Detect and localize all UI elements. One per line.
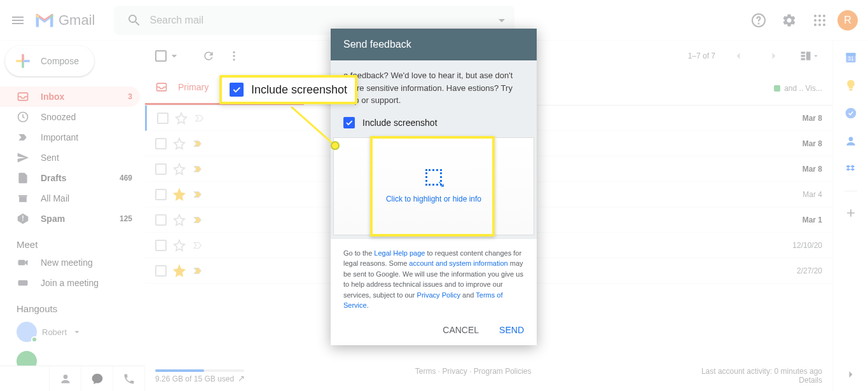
star-button[interactable] <box>173 214 186 226</box>
privacy-policy-link[interactable]: Privacy Policy <box>417 291 460 299</box>
sidebar-item-new-meeting[interactable]: New meeting <box>0 252 140 273</box>
mail-date: Mar 4 <box>803 190 822 199</box>
row-checkbox[interactable] <box>155 214 167 226</box>
include-screenshot-label: Include screenshot <box>362 118 437 128</box>
collapse-rail-icon[interactable] <box>844 368 857 381</box>
keep-icon[interactable] <box>844 79 857 92</box>
sidebar-item-inbox[interactable]: Inbox 3 <box>0 86 140 107</box>
row-checkbox[interactable] <box>155 189 167 200</box>
compose-button[interactable]: Compose <box>5 46 94 76</box>
split-pane-icon <box>799 50 812 62</box>
hangouts-current-user[interactable]: Robert <box>0 317 145 347</box>
tasks-icon[interactable] <box>844 107 857 120</box>
storage-info: 9.26 GB of 15 GB used <box>155 367 245 385</box>
sidebar-item-label: Important <box>41 132 132 142</box>
hamburger-icon <box>10 13 25 28</box>
svg-point-10 <box>823 24 825 26</box>
details-link[interactable]: Details <box>799 376 822 385</box>
sidebar-item-drafts[interactable]: Drafts 469 <box>0 168 140 188</box>
person-icon <box>59 373 72 385</box>
sidebar-item-label: Inbox <box>41 92 128 102</box>
density-button[interactable] <box>797 43 822 69</box>
importance-marker[interactable] <box>192 240 203 251</box>
hangouts-person-tab[interactable] <box>50 366 81 391</box>
sidebar-item-label: Drafts <box>41 173 120 183</box>
sidebar-item-sent[interactable]: Sent <box>0 147 140 168</box>
dropbox-icon[interactable] <box>844 163 857 175</box>
importance-marker[interactable] <box>192 189 203 200</box>
prev-page-button[interactable] <box>726 43 751 69</box>
send-button[interactable]: SEND <box>499 325 524 335</box>
chevron-right-icon <box>768 50 780 62</box>
svg-rect-29 <box>849 89 852 91</box>
svg-text:!: ! <box>22 215 24 222</box>
support-button[interactable] <box>746 8 771 33</box>
svg-rect-24 <box>806 51 811 60</box>
row-checkbox[interactable] <box>155 240 167 251</box>
sidebar-item-spam[interactable]: ! Spam 125 <box>0 209 140 229</box>
video-icon <box>17 256 29 269</box>
user-avatar-icon <box>17 322 37 342</box>
mail-date: Mar 8 <box>803 165 822 174</box>
search-input[interactable] <box>149 15 509 26</box>
highlight-selector-icon: ↘ <box>425 169 442 186</box>
mail-date: Mar 8 <box>803 139 822 148</box>
contacts-icon[interactable] <box>844 135 857 147</box>
policies-link[interactable]: Program Policies <box>474 367 532 376</box>
draft-icon <box>17 172 29 184</box>
calendar-icon[interactable]: 31 <box>844 51 857 64</box>
gmail-logo[interactable]: Gmail <box>33 9 95 32</box>
terms-link[interactable]: Terms <box>415 367 436 376</box>
row-checkbox[interactable] <box>155 265 167 277</box>
svg-point-7 <box>823 19 825 22</box>
svg-point-20 <box>233 58 235 60</box>
svg-point-8 <box>814 24 816 26</box>
select-all-checkbox[interactable] <box>155 50 181 62</box>
row-checkbox[interactable] <box>155 138 167 149</box>
importance-marker[interactable] <box>192 214 203 226</box>
importance-marker[interactable] <box>194 113 205 124</box>
include-screenshot-checkbox[interactable]: Include screenshot <box>331 113 537 137</box>
open-external-icon <box>236 375 245 384</box>
sidebar-item-join-meeting[interactable]: Join a meeting <box>0 273 140 293</box>
importance-marker[interactable] <box>192 265 203 277</box>
privacy-link[interactable]: Privacy <box>442 367 467 376</box>
account-avatar[interactable]: R <box>837 10 858 31</box>
main-menu-button[interactable] <box>5 8 31 33</box>
callout-label: Include screenshot <box>251 83 347 97</box>
important-icon <box>17 131 29 144</box>
legal-help-link[interactable]: Legal Help page <box>374 249 425 257</box>
hangouts-chat-tab[interactable] <box>81 366 113 391</box>
screenshot-preview[interactable]: ↘ Click to highlight or hide info <box>333 137 534 235</box>
star-button[interactable] <box>173 239 186 252</box>
sidebar-item-snoozed[interactable]: Snoozed <box>0 107 140 127</box>
importance-marker[interactable] <box>192 163 203 175</box>
hangouts-header: Hangouts <box>0 293 145 317</box>
star-button[interactable] <box>173 188 186 201</box>
star-button[interactable] <box>173 163 186 175</box>
dialog-legal-text: Go to the Legal Help page to request con… <box>331 239 537 320</box>
add-addon-icon[interactable] <box>844 207 857 219</box>
chevron-left-icon <box>732 50 745 62</box>
row-checkbox[interactable] <box>157 113 169 124</box>
svg-line-33 <box>291 107 336 146</box>
sidebar-item-allmail[interactable]: All Mail <box>0 188 140 209</box>
apps-button[interactable] <box>807 8 832 33</box>
next-page-button[interactable] <box>761 43 787 69</box>
svg-point-3 <box>818 15 821 17</box>
cancel-button[interactable]: CANCEL <box>443 325 479 335</box>
star-button[interactable] <box>173 137 186 150</box>
settings-button[interactable] <box>776 8 802 33</box>
activity-info: Last account activity: 0 minutes ago Det… <box>701 367 822 385</box>
importance-marker[interactable] <box>192 138 203 149</box>
hangouts-phone-tab[interactable] <box>113 366 145 391</box>
account-info-link[interactable]: account and system information <box>409 259 507 267</box>
mail-date: 12/10/20 <box>792 241 822 250</box>
star-button[interactable] <box>175 112 188 125</box>
star-button[interactable] <box>173 264 186 277</box>
more-button[interactable] <box>221 43 247 69</box>
search-options-dropdown[interactable] <box>494 13 509 28</box>
row-checkbox[interactable] <box>155 163 167 175</box>
refresh-button[interactable] <box>196 43 221 69</box>
sidebar-item-important[interactable]: Important <box>0 127 140 147</box>
